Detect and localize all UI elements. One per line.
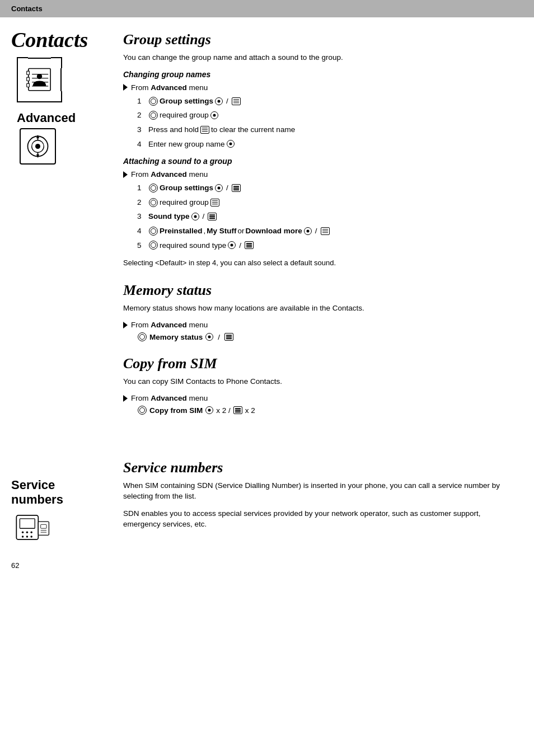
sidebar-advanced-icon [20, 128, 56, 165]
from-advanced-2: From Advanced menu [123, 170, 517, 179]
menu-icon-c [233, 406, 242, 414]
attaching-sound-steps: 1 Group settings / 2 requ [123, 182, 517, 251]
sidebar-contacts-title: Contacts [11, 29, 95, 52]
changing-group-names: Changing group names From Advanced menu … [123, 70, 517, 150]
contacts-icon [24, 67, 55, 92]
svg-rect-2 [26, 77, 29, 81]
copy-from-sim-title: Copy from SIM [123, 355, 517, 372]
memory-status-step: Memory status / [123, 332, 517, 341]
memory-status-desc: Memory status shows how many locations a… [123, 303, 517, 314]
svg-rect-0 [28, 69, 50, 91]
section-service-numbers: Service numbers When SIM containing SDN … [123, 459, 517, 530]
attach-step-5: 5 required sound type / [137, 240, 517, 252]
service-numbers-title: Service numbers [123, 459, 517, 476]
menu-icon-a3 [208, 213, 217, 220]
svg-point-20 [30, 531, 32, 533]
from-advanced-bold-2: Advanced [151, 170, 187, 179]
sidebar-service-numbers: Service numbers [11, 478, 95, 544]
menu-icon-a4 [321, 227, 330, 235]
sidebar-advanced-label: Advanced [17, 111, 95, 125]
from-advanced-bold-1: Advanced [151, 83, 187, 92]
copy-from-sim-desc: You can copy SIM Contacts to Phone Conta… [123, 377, 517, 387]
section-memory-status: Memory status Memory status shows how ma… [123, 282, 517, 341]
service-numbers-icon [14, 512, 50, 543]
step-3: 3 Press and hold to clear the current na… [137, 124, 517, 136]
dot-icon-4 [227, 140, 235, 148]
svg-point-23 [30, 536, 32, 537]
dot-icon-a3 [191, 213, 199, 220]
dot-icon-a5 [228, 241, 236, 249]
attach-step-4: 4 Preinstalled, My Stuff or Download mor… [137, 225, 517, 237]
arrow-icon-1 [123, 84, 128, 91]
changing-group-names-steps: 1 Group settings / 2 requ [123, 95, 517, 150]
dot-icon-a1 [215, 184, 223, 192]
attaching-sound: Attaching a sound to a group From Advanc… [123, 157, 517, 268]
scroll-icon-a4 [149, 227, 158, 236]
menu-icon-3 [200, 126, 209, 134]
changing-group-names-title: Changing group names [123, 70, 517, 79]
menu-icon-a1 [232, 184, 241, 192]
svg-point-8 [36, 74, 41, 79]
page-number: 62 [0, 556, 534, 570]
main-content: Group settings You can change the group … [101, 29, 534, 544]
dot-icon-a4 [304, 227, 312, 235]
scroll-icon-1 [149, 97, 158, 106]
from-advanced-1: From Advanced menu [123, 83, 517, 92]
menu-icon-m [224, 333, 233, 341]
svg-point-22 [26, 536, 28, 537]
attach-step-2: 2 required group [137, 196, 517, 209]
svg-point-18 [22, 531, 24, 533]
section-copy-from-sim: Copy from SIM You can copy SIM Contacts … [123, 355, 517, 415]
scroll-icon-a5 [149, 241, 158, 250]
arrow-icon-3 [123, 322, 128, 328]
step-4: 4 Enter new group name [137, 138, 517, 151]
memory-status-title: Memory status [123, 282, 517, 299]
contacts-icon-box [17, 58, 62, 102]
arrow-icon-4 [123, 395, 128, 402]
dot-icon-m [205, 333, 213, 341]
menu-icon-1 [232, 97, 241, 105]
header-title: Contacts [11, 4, 43, 13]
from-advanced-4: From Advanced menu [123, 394, 517, 402]
svg-rect-3 [26, 83, 29, 87]
menu-icon-a5 [245, 241, 254, 249]
scroll-icon-a2 [149, 198, 158, 207]
sidebar-service-title: Service numbers [11, 478, 95, 508]
menu-icon-a2 [210, 199, 219, 206]
scroll-icon-a1 [149, 184, 158, 192]
scroll-icon-2 [149, 111, 158, 120]
scroll-icon-c [138, 406, 147, 415]
from-advanced-bold-4: Advanced [151, 394, 187, 402]
attaching-sound-title: Attaching a sound to a group [123, 157, 517, 166]
group-settings-desc: You can change the group name and attach… [123, 53, 517, 63]
page-header: Contacts [0, 0, 534, 17]
attach-step-3: 3 Sound type / [137, 210, 517, 223]
group-settings-title: Group settings [123, 31, 517, 48]
svg-point-11 [35, 144, 40, 149]
scroll-icon [25, 134, 50, 159]
service-numbers-desc2: SDN enables you to access special servic… [123, 509, 517, 530]
from-advanced-bold-3: Advanced [151, 321, 187, 329]
contacts-inner [18, 59, 60, 101]
svg-point-19 [26, 531, 28, 533]
svg-rect-1 [26, 71, 29, 74]
step-1: 1 Group settings / [137, 95, 517, 107]
section-group-settings: Group settings You can change the group … [123, 31, 517, 268]
from-advanced-3: From Advanced menu [123, 321, 517, 329]
attach-step-1: 1 Group settings / [137, 182, 517, 194]
dot-icon-1 [215, 97, 223, 105]
sidebar: Contacts [0, 29, 101, 544]
arrow-icon-2 [123, 171, 128, 178]
dot-icon-2 [210, 111, 218, 119]
copy-from-sim-step: Copy from SIM x 2 / x 2 [123, 406, 517, 415]
step-2: 2 required group [137, 109, 517, 121]
page-content: Contacts [0, 17, 534, 556]
scroll-icon-m [138, 332, 147, 341]
dot-icon-c [205, 406, 213, 414]
service-numbers-desc1: When SIM containing SDN (Service Diallin… [123, 481, 517, 502]
svg-point-21 [22, 536, 24, 537]
attaching-sound-note: Selecting <Default> in step 4, you can a… [123, 258, 517, 268]
